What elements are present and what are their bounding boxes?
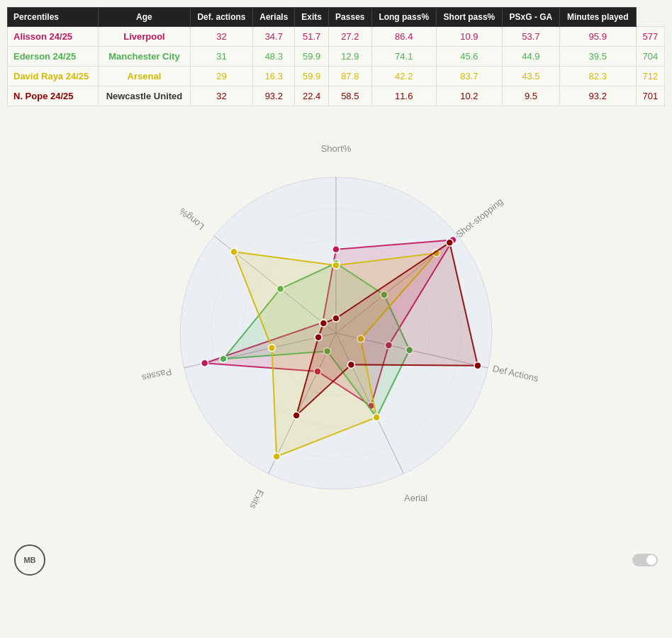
team-name: Liverpool [99,27,191,47]
radar-chart: Short%Shot-stoppingDef ActionsAerialExit… [88,121,584,532]
def-actions: 93.2 [253,86,295,106]
passes: 11.6 [371,86,436,106]
svg-point-41 [268,345,275,352]
passes: 74.1 [371,47,436,67]
exits: 87.8 [328,67,371,86]
psxg: 82.3 [559,67,636,86]
col-def-actions: Def. actions [190,8,252,27]
svg-point-44 [332,315,340,322]
svg-text:Passes: Passes [140,366,172,384]
logo: MB [14,544,45,576]
def-actions: 48.3 [253,47,295,67]
short-pass: 43.5 [503,67,560,86]
player-name: N. Pope 24/25 [8,86,99,106]
minutes: 577 [636,27,664,47]
svg-text:Long%: Long% [177,206,206,232]
svg-point-45 [446,239,453,246]
col-short-pass: Short pass% [436,8,502,27]
long-pass: 45.6 [436,47,502,67]
team-name: Newcastle United [99,86,191,106]
svg-point-42 [230,248,237,255]
svg-point-25 [201,359,208,366]
psxg: 39.5 [559,47,636,67]
svg-point-36 [332,262,340,269]
svg-point-39 [373,414,380,421]
col-exits: Exits [295,8,329,27]
toggle-knob [646,555,656,565]
col-long-pass: Long pass% [371,8,436,27]
radar-chart-container: Short%Shot-stoppingDef ActionsAerialExit… [7,121,665,532]
short-pass: 53.7 [503,27,560,47]
svg-point-49 [315,334,322,341]
col-passes: Passes [328,8,371,27]
table-row: David Raya 24/25 Arsenal 29 16.3 59.9 87… [8,67,665,86]
svg-text:Short%: Short% [321,143,352,154]
long-pass: 83.7 [436,67,502,86]
age: 31 [190,47,252,67]
table-header-row: Percentiles Age Def. actions Aerials Exi… [8,8,665,27]
long-pass: 10.9 [436,27,502,47]
svg-point-20 [332,246,340,253]
svg-text:Def Actions: Def Actions [492,363,540,384]
def-actions: 16.3 [253,67,295,86]
passes: 86.4 [371,27,436,47]
table-row: Ederson 24/25 Manchester City 31 48.3 59… [8,47,665,67]
psxg: 93.2 [559,86,636,106]
toggle-switch[interactable] [632,554,658,566]
col-percentiles: Percentiles [8,8,99,27]
col-aerials: Aerials [253,8,295,27]
age: 32 [190,27,252,47]
minutes: 704 [636,47,664,67]
svg-text:Exits: Exits [247,488,266,510]
aerials: 59.9 [295,67,329,86]
svg-point-46 [474,362,481,369]
player-name: David Raya 24/25 [8,67,99,86]
minutes: 701 [636,86,664,106]
col-age: Age [99,8,191,27]
svg-point-47 [347,361,354,368]
age: 29 [190,67,252,86]
footer: MB [7,539,665,581]
exits: 27.2 [328,27,371,47]
svg-text:Aerial: Aerial [404,493,427,503]
short-pass: 44.9 [503,47,560,67]
stats-table: Percentiles Age Def. actions Aerials Exi… [7,7,665,106]
passes: 42.2 [371,67,436,86]
exits: 12.9 [328,47,371,67]
svg-point-50 [320,320,327,327]
logo-text: MB [23,556,35,564]
age: 32 [190,86,252,106]
aerials: 22.4 [295,86,329,106]
aerials: 59.9 [295,47,329,67]
svg-text:Shot-stopping: Shot-stopping [454,196,505,240]
main-container: Percentiles Age Def. actions Aerials Exi… [0,0,672,588]
long-pass: 10.2 [436,86,502,106]
short-pass: 9.5 [503,86,560,106]
team-name: Manchester City [99,47,191,67]
def-actions: 34.7 [253,27,295,47]
col-minutes: Minutes played [559,8,636,27]
aerials: 51.7 [295,27,329,47]
svg-point-48 [293,412,300,419]
svg-point-40 [273,453,280,460]
col-psxg: PSxG - GA [503,8,560,27]
minutes: 712 [636,67,664,86]
player-name: Alisson 24/25 [8,27,99,47]
exits: 58.5 [328,86,371,106]
table-row: N. Pope 24/25 Newcastle United 32 93.2 2… [8,86,665,106]
svg-point-33 [220,355,227,362]
team-name: Arsenal [99,67,191,86]
psxg: 95.9 [559,27,636,47]
table-row: Alisson 24/25 Liverpool 32 34.7 51.7 27.… [8,27,665,47]
player-name: Ederson 24/25 [8,47,99,67]
